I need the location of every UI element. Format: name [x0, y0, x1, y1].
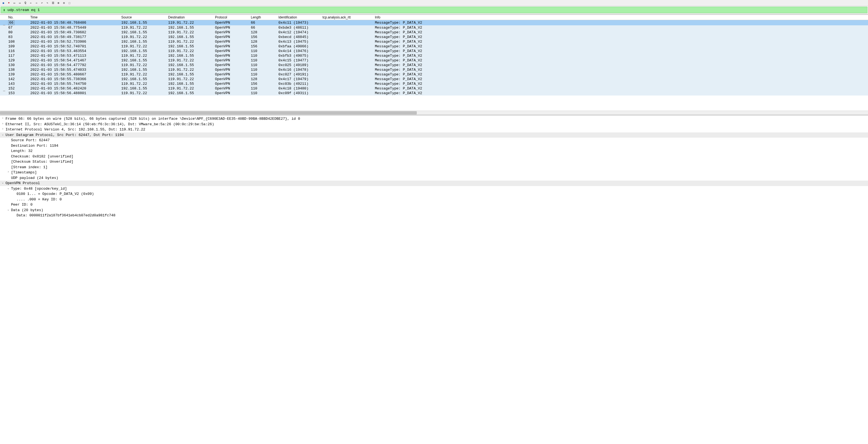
toolbar-icon[interactable]: ⊕ — [56, 1, 61, 5]
collapse-icon[interactable]: ⌄ — [0, 180, 5, 185]
expand-icon[interactable]: › — [0, 122, 5, 126]
toolbar-icon[interactable]: ⇐ — [29, 1, 33, 5]
tree-udp[interactable]: ⌄User Datagram Protocol, Src Port: 62447… — [0, 132, 868, 138]
toolbar-icon[interactable]: ↶ — [40, 1, 44, 5]
tree-label: Peer ID: 0 — [11, 202, 33, 208]
toolbar-icon[interactable]: Q — [23, 1, 28, 5]
packet-list-pane[interactable]: No. Time Source Destination Protocol Len… — [0, 15, 868, 111]
packet-row[interactable]: 1522022-01-03 15:58:56.482420192.168.1.5… — [0, 86, 868, 91]
toolbar-icon[interactable]: ⇒ — [34, 1, 39, 5]
cell-destination: 192.168.1.55 — [166, 44, 213, 49]
expand-icon[interactable]: › — [5, 170, 11, 174]
tree-udp-timestamps[interactable]: ›[Timestamps] — [0, 170, 868, 175]
horizontal-scrollbar[interactable] — [0, 111, 868, 114]
cell-info: MessageType: P_DATA_V2 — [373, 25, 868, 30]
toolbar-icon[interactable]: ▭ — [12, 1, 17, 5]
toolbar-icon[interactable]: ⬚ — [67, 1, 72, 5]
cell-destination: 192.168.1.55 — [166, 81, 213, 86]
packet-row[interactable]: 1302022-01-03 15:58:54.477792119.91.72.2… — [0, 63, 868, 67]
col-header-identification[interactable]: Identification — [277, 15, 321, 20]
packet-row[interactable]: 1382022-01-03 15:58:55.474033192.168.1.5… — [0, 67, 868, 72]
collapse-icon[interactable]: ⌄ — [0, 132, 5, 137]
toolbar-icon[interactable]: ▭ — [18, 1, 22, 5]
expand-icon[interactable]: › — [0, 116, 5, 120]
toolbar-icon[interactable]: ● — [7, 1, 11, 5]
packet-details-pane[interactable]: ›Frame 66: 66 bytes on wire (528 bits), … — [0, 115, 868, 444]
toolbar-icon[interactable]: ☰ — [51, 1, 55, 5]
cell-no: 152 — [7, 86, 29, 91]
tree-openvpn-type[interactable]: ⌄Type: 0x48 [opcode/key_id] — [0, 186, 868, 192]
col-header-source[interactable]: Source — [120, 15, 166, 20]
tree-openvpn-peerid[interactable]: Peer ID: 0 — [0, 202, 868, 208]
collapse-icon[interactable]: ⌄ — [5, 208, 11, 212]
col-header-info[interactable]: Info — [373, 15, 868, 20]
cell-time: 2022-01-03 15:58:56.482420 — [29, 86, 120, 91]
collapse-icon[interactable]: ⌄ — [5, 186, 11, 190]
tree-udp-stream[interactable]: [Stream index: 1] — [0, 165, 868, 170]
packet-row[interactable]: 662022-01-03 15:58:48.768486192.168.1.55… — [0, 20, 868, 26]
tree-label: .... .000 = Key ID: 0 — [17, 197, 62, 202]
packet-list-header[interactable]: No. Time Source Destination Protocol Len… — [0, 15, 868, 20]
packet-row[interactable]: 1082022-01-03 15:58:52.733986192.168.1.5… — [0, 39, 868, 44]
packet-row[interactable]: 1292022-01-03 15:58:54.471467192.168.1.5… — [0, 58, 868, 63]
tree-ethernet[interactable]: ›Ethernet II, Src: ASUSTekC_3c:36:14 (50… — [0, 122, 868, 127]
col-header-length[interactable]: Length — [249, 15, 277, 20]
tree-openvpn[interactable]: ⌄OpenVPN Protocol — [0, 180, 868, 186]
cell-ack-rtt — [321, 67, 373, 72]
filter-bookmark-icon[interactable]: ▮ — [2, 8, 6, 12]
packet-list-table: No. Time Source Destination Protocol Len… — [0, 15, 868, 96]
tree-openvpn-keyid[interactable]: .... .000 = Key ID: 0 — [0, 197, 868, 202]
packet-row[interactable]: 1432022-01-03 15:58:55.744750119.91.72.2… — [0, 81, 868, 86]
tree-openvpn-data-bytes[interactable]: Data: 0000011f2a187bf3641eb4cb07ed2d0a98… — [0, 213, 868, 218]
packet-row[interactable]: 672022-01-03 15:58:48.775449119.91.72.22… — [0, 25, 868, 30]
tree-openvpn-opcode[interactable]: 0100 1... = Opcode: P_DATA_V2 (0x09) — [0, 191, 868, 197]
cell-length: 110 — [249, 91, 277, 96]
toolbar-icon[interactable]: ◼ — [1, 1, 5, 5]
packet-row[interactable]: 1172022-01-03 15:58:53.471113119.91.72.2… — [0, 54, 868, 58]
col-header-destination[interactable]: Destination — [166, 15, 213, 20]
packet-row[interactable]: 1092022-01-03 15:58:52.740701119.91.72.2… — [0, 44, 868, 49]
cell-destination: 192.168.1.55 — [166, 35, 213, 39]
tree-udp-dstport[interactable]: Destination Port: 1194 — [0, 143, 868, 149]
cell-no: 109 — [7, 44, 29, 49]
tree-ip[interactable]: ›Internet Protocol Version 4, Src: 192.1… — [0, 127, 868, 132]
packet-row[interactable]: 802022-01-03 15:58:49.730682192.168.1.55… — [0, 30, 868, 35]
tree-udp-checksum[interactable]: Checksum: 0x8182 [unverified] — [0, 154, 868, 159]
packet-row[interactable]: 1422022-01-03 15:58:55.738366192.168.1.5… — [0, 77, 868, 81]
cell-length: 156 — [249, 35, 277, 39]
packet-row[interactable]: 1532022-01-03 15:58:56.488801119.91.72.2… — [0, 91, 868, 96]
tree-udp-length[interactable]: Length: 32 — [0, 148, 868, 154]
tree-udp-payload[interactable]: UDP payload (24 bytes) — [0, 175, 868, 181]
tree-frame[interactable]: ›Frame 66: 66 bytes on wire (528 bits), … — [0, 116, 868, 122]
cell-destination: 119.91.72.22 — [166, 30, 213, 35]
col-header-protocol[interactable]: Protocol — [213, 15, 249, 20]
cell-destination: 119.91.72.22 — [166, 49, 213, 54]
cell-identification: 0x4c13 (19475) — [277, 39, 321, 44]
col-header-ack-rtt[interactable]: tcp.analysis.ack_rtt — [321, 15, 373, 20]
expand-icon[interactable]: › — [0, 127, 5, 131]
cell-source: 192.168.1.55 — [120, 58, 166, 63]
col-header-no[interactable]: No. — [7, 15, 29, 20]
tree-openvpn-data[interactable]: ⌄Data (20 bytes) — [0, 208, 868, 213]
packet-row[interactable]: 832022-01-03 15:58:49.738177119.91.72.22… — [0, 35, 868, 39]
toolbar-icon[interactable]: ↷ — [45, 1, 50, 5]
display-filter-input[interactable] — [7, 8, 866, 12]
tree-label: User Datagram Protocol, Src Port: 62447,… — [5, 132, 124, 138]
toolbar-icon[interactable]: ⊖ — [62, 1, 66, 5]
cell-length: 110 — [249, 72, 277, 77]
scrollbar-thumb[interactable] — [0, 111, 417, 114]
packet-row[interactable]: 1392022-01-03 15:58:55.480667119.91.72.2… — [0, 72, 868, 77]
tree-udp-srcport[interactable]: Source Port: 62447 — [0, 138, 868, 143]
tree-udp-checksum-status[interactable]: [Checksum Status: Unverified] — [0, 159, 868, 165]
cell-no: 80 — [7, 30, 29, 35]
cell-protocol: OpenVPN — [213, 72, 249, 77]
packet-row[interactable]: 1162022-01-03 15:58:53.463554192.168.1.5… — [0, 49, 868, 54]
cell-source: 192.168.1.55 — [120, 30, 166, 35]
cell-destination: 119.91.72.22 — [166, 58, 213, 63]
col-header-time[interactable]: Time — [29, 15, 120, 20]
cell-no: 108 — [7, 39, 29, 44]
cell-no: 67 — [7, 25, 29, 30]
tree-label: Data (20 bytes) — [11, 208, 43, 213]
cell-info: MessageType: P_DATA_V2 — [373, 72, 868, 77]
cell-identification: 0x4c11 (19473) — [277, 20, 321, 26]
